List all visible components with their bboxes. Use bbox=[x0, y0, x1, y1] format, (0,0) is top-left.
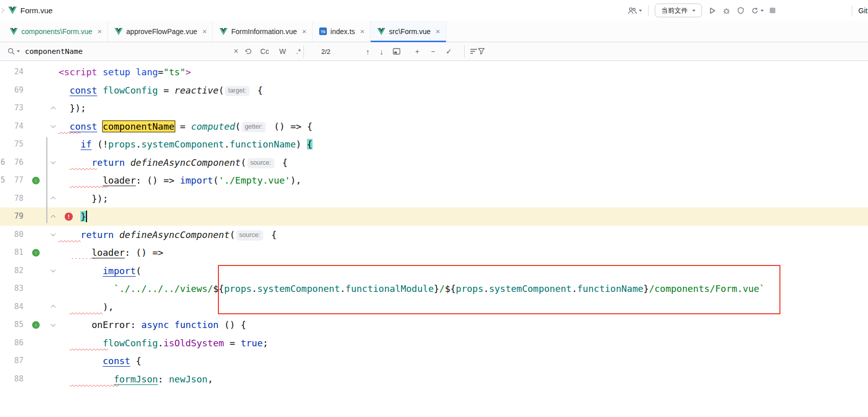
line-number[interactable]: 79 bbox=[0, 207, 23, 226]
tab-close-icon[interactable]: × bbox=[97, 27, 102, 36]
coverage-button[interactable] bbox=[737, 7, 745, 15]
whole-words-toggle[interactable]: W bbox=[276, 47, 288, 55]
code-line[interactable]: 84 ), bbox=[0, 298, 868, 316]
next-match-button[interactable]: ↓ bbox=[375, 47, 388, 56]
tab-close-icon[interactable]: × bbox=[360, 27, 365, 36]
gutter[interactable]: 74 bbox=[0, 117, 59, 136]
editor-tab[interactable]: src\Form.vue× bbox=[371, 21, 446, 42]
fold-marker-icon[interactable] bbox=[51, 197, 56, 202]
code-line[interactable]: 74 const componentName = computed(getter… bbox=[0, 117, 868, 136]
line-number[interactable]: 87 bbox=[0, 352, 23, 370]
gutter[interactable]: 86 bbox=[0, 334, 59, 352]
clear-search-icon[interactable]: × bbox=[233, 47, 239, 56]
line-number[interactable]: 85 bbox=[0, 316, 23, 334]
line-number[interactable]: 73 bbox=[0, 99, 23, 117]
filter-icon[interactable] bbox=[478, 48, 485, 55]
select-all-occurrences-button[interactable]: ✓ bbox=[442, 47, 455, 55]
filter-lines-icon[interactable] bbox=[470, 48, 478, 54]
editor-tab[interactable]: TSindex.ts× bbox=[313, 21, 371, 42]
line-number[interactable]: 74 bbox=[0, 117, 23, 136]
code-line[interactable]: 81↑ loader: () => bbox=[0, 244, 868, 262]
line-number[interactable]: 69 bbox=[0, 81, 23, 100]
tab-close-icon[interactable]: × bbox=[202, 27, 207, 36]
gutter[interactable]: 75 bbox=[0, 135, 59, 154]
editor-tab[interactable]: approveFlowPage.vue× bbox=[108, 21, 213, 42]
git-menu-label[interactable]: Git bbox=[858, 7, 868, 15]
code-line[interactable]: 69 const flowConfig = reactive(target: { bbox=[0, 81, 868, 100]
line-number[interactable]: 80 bbox=[0, 226, 23, 244]
stop-button[interactable] bbox=[770, 8, 775, 13]
gutter[interactable]: 83 bbox=[0, 280, 59, 298]
regex-toggle[interactable]: .* bbox=[294, 47, 303, 55]
code-line[interactable]: 80 return defineAsyncComponent(source: { bbox=[0, 226, 868, 244]
gutter[interactable]: 24 bbox=[0, 63, 59, 81]
tab-close-icon[interactable]: × bbox=[436, 27, 440, 36]
gutter-green-arrow-icon[interactable]: ↑ bbox=[32, 321, 40, 329]
gutter[interactable]: 87 bbox=[0, 352, 59, 370]
fold-marker-icon[interactable] bbox=[51, 159, 56, 164]
code-line[interactable]: 82 import( bbox=[0, 262, 868, 280]
open-in-find-window-icon[interactable] bbox=[393, 48, 401, 55]
debug-button[interactable] bbox=[722, 7, 731, 15]
code-line[interactable]: 676 return defineAsyncComponent(source: … bbox=[0, 154, 868, 172]
line-number[interactable]: 82 bbox=[0, 262, 23, 280]
match-case-toggle[interactable]: Cc bbox=[258, 47, 271, 55]
line-number[interactable]: 84 bbox=[0, 298, 23, 316]
code-line[interactable]: 577↑ loader: () => import('./Empty.vue')… bbox=[0, 171, 868, 190]
gutter[interactable]: 69 bbox=[0, 81, 59, 100]
code-line[interactable]: 87 const { bbox=[0, 352, 868, 370]
line-number[interactable]: 88 bbox=[0, 370, 23, 389]
fold-marker-icon[interactable] bbox=[51, 321, 56, 326]
gutter[interactable]: 81↑ bbox=[0, 244, 59, 262]
parameter-hint-inlay[interactable]: getter: bbox=[242, 122, 266, 132]
code-line[interactable]: 73 }); bbox=[0, 99, 868, 117]
code-line[interactable]: 79 }! bbox=[0, 207, 868, 226]
code-line[interactable]: 88 formJson: newJson, bbox=[0, 370, 868, 389]
run-configuration-selector[interactable]: 当前文件 bbox=[655, 4, 702, 17]
line-number[interactable]: 76 bbox=[0, 154, 23, 172]
remove-occurrence-button[interactable]: − bbox=[427, 47, 439, 55]
code-line[interactable]: 78 }); bbox=[0, 190, 868, 208]
code-editor[interactable]: 24<script setup lang="ts">69 const flowC… bbox=[0, 61, 868, 417]
fold-marker-icon[interactable] bbox=[51, 215, 56, 220]
gutter[interactable]: 79 bbox=[0, 207, 59, 226]
line-number[interactable]: 77 bbox=[0, 171, 23, 190]
fold-marker-icon[interactable] bbox=[51, 231, 56, 236]
gutter[interactable]: 80 bbox=[0, 226, 59, 244]
gutter[interactable]: 88 bbox=[0, 370, 59, 389]
gutter[interactable]: 676 bbox=[0, 154, 59, 172]
editor-tab[interactable]: FormInformation.vue× bbox=[213, 21, 313, 42]
gutter[interactable]: 85↑ bbox=[0, 316, 59, 334]
parameter-hint-inlay[interactable]: source: bbox=[247, 158, 274, 168]
gutter[interactable]: 82 bbox=[0, 262, 59, 280]
search-input[interactable]: componentName bbox=[25, 47, 228, 55]
code-with-me-icon[interactable] bbox=[627, 7, 642, 15]
code-line[interactable]: 86 flowConfig.isOldSystem = true; bbox=[0, 334, 868, 352]
parameter-hint-inlay[interactable]: source: bbox=[236, 230, 263, 241]
search-field[interactable]: componentName × Cc W .* bbox=[7, 47, 303, 56]
profiler-button[interactable] bbox=[751, 7, 764, 15]
fold-marker-icon[interactable] bbox=[51, 123, 56, 128]
gutter[interactable]: 78 bbox=[0, 190, 59, 208]
tab-close-icon[interactable]: × bbox=[302, 27, 306, 36]
editor-tab[interactable]: components\Form.vue× bbox=[3, 21, 108, 42]
fold-marker-icon[interactable] bbox=[51, 106, 56, 111]
code-line[interactable]: 24<script setup lang="ts"> bbox=[0, 63, 868, 81]
fold-marker-icon[interactable] bbox=[51, 267, 56, 273]
run-button[interactable] bbox=[708, 7, 716, 15]
code-line[interactable]: 85↑ onError: async function () { bbox=[0, 316, 868, 334]
parameter-hint-inlay[interactable]: target: bbox=[225, 86, 249, 96]
line-number[interactable]: 78 bbox=[0, 190, 23, 208]
gutter[interactable]: 73 bbox=[0, 99, 59, 117]
code-line[interactable]: 83 `./../../../views/${props.systemCompo… bbox=[0, 280, 868, 298]
code-line[interactable]: 75 if (!props.systemComponent.functionNa… bbox=[0, 135, 868, 154]
line-number[interactable]: 81 bbox=[0, 244, 23, 262]
add-occurrence-button[interactable]: + bbox=[411, 47, 424, 55]
search-history-icon[interactable] bbox=[244, 48, 253, 55]
line-number[interactable]: 86 bbox=[0, 334, 23, 352]
search-icon[interactable] bbox=[7, 47, 20, 55]
line-number[interactable]: 24 bbox=[0, 63, 23, 81]
line-number[interactable]: 75 bbox=[0, 135, 23, 154]
gutter[interactable]: 84 bbox=[0, 298, 59, 316]
gutter[interactable]: 577↑ bbox=[0, 171, 59, 190]
